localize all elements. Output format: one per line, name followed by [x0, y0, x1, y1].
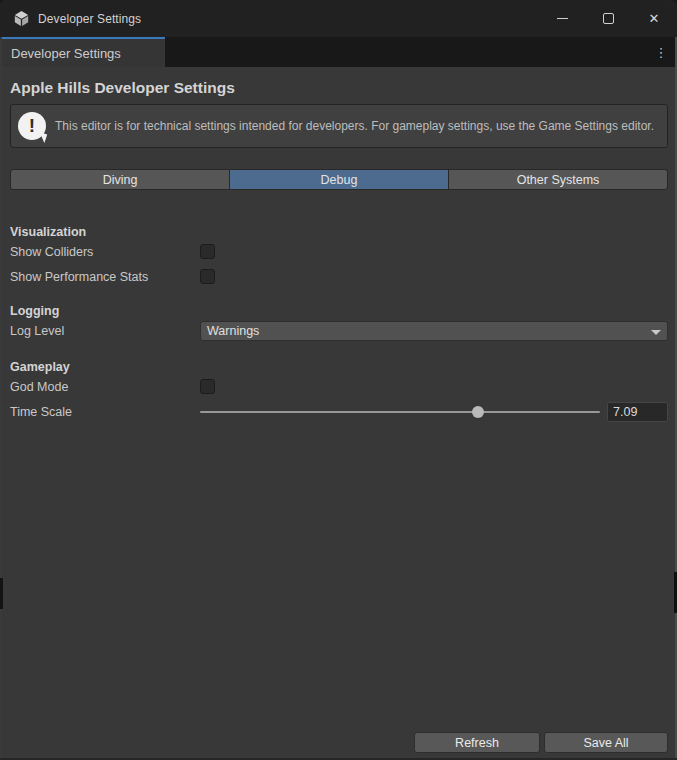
toolbar-tab-debug[interactable]: Debug — [230, 169, 449, 190]
help-box: ! This editor is for technical settings … — [10, 104, 668, 148]
log-level-dropdown[interactable]: Warnings — [200, 321, 668, 341]
slider-handle[interactable] — [472, 406, 484, 418]
section-title-logging: Logging — [10, 304, 668, 318]
window-title: Developer Settings — [38, 12, 141, 26]
time-scale-slider[interactable] — [200, 411, 600, 413]
chevron-down-icon — [651, 330, 661, 335]
help-box-text: This editor is for technical settings in… — [55, 119, 654, 134]
window-edge-left — [0, 37, 2, 760]
field-label: Time Scale — [10, 405, 200, 419]
save-all-button-label: Save All — [583, 736, 628, 750]
time-scale-value: 7.09 — [613, 405, 637, 419]
row-show-colliders: Show Colliders — [10, 239, 668, 264]
tab-menu-button[interactable]: ⋮ — [645, 37, 677, 67]
close-button[interactable]: ✕ — [631, 0, 677, 37]
tab-developer-settings[interactable]: Developer Settings — [2, 37, 165, 67]
row-show-performance-stats: Show Performance Stats — [10, 264, 668, 289]
content-area: Apple Hills Developer Settings ! This ed… — [0, 67, 677, 760]
field-label: Log Level — [10, 324, 200, 338]
maximize-button[interactable] — [585, 0, 631, 37]
window-controls: ✕ — [539, 0, 677, 37]
field-label: Show Performance Stats — [10, 270, 200, 284]
kebab-menu-icon: ⋮ — [655, 45, 668, 60]
category-toolbar: Diving Debug Other Systems — [10, 169, 668, 190]
minimize-button[interactable] — [539, 0, 585, 37]
row-log-level: Log Level Warnings — [10, 318, 668, 343]
toolbar-tab-label: Other Systems — [517, 173, 600, 187]
unity-logo-icon — [13, 10, 30, 27]
field-label: God Mode — [10, 380, 200, 394]
developer-settings-window: Developer Settings ✕ Developer Settings … — [0, 0, 677, 760]
show-colliders-checkbox[interactable] — [200, 244, 215, 259]
field-label: Show Colliders — [10, 245, 200, 259]
time-scale-value-field[interactable]: 7.09 — [607, 402, 668, 422]
close-icon: ✕ — [649, 12, 660, 25]
row-time-scale: Time Scale 7.09 — [10, 399, 668, 424]
dropdown-value: Warnings — [207, 324, 259, 338]
section-title-gameplay: Gameplay — [10, 360, 668, 374]
window-edge-notch-left — [0, 578, 3, 609]
minimize-icon — [557, 18, 568, 19]
show-performance-stats-checkbox[interactable] — [200, 269, 215, 284]
toolbar-tab-label: Diving — [103, 173, 138, 187]
section-title-visualization: Visualization — [10, 225, 668, 239]
exclamation-glyph: ! — [29, 115, 35, 137]
tab-label: Developer Settings — [11, 46, 121, 61]
row-god-mode: God Mode — [10, 374, 668, 399]
god-mode-checkbox[interactable] — [200, 379, 215, 394]
titlebar: Developer Settings ✕ — [0, 0, 677, 37]
refresh-button[interactable]: Refresh — [414, 732, 540, 753]
info-bubble-icon: ! — [18, 112, 46, 140]
footer-actions: Refresh Save All — [414, 732, 668, 753]
refresh-button-label: Refresh — [455, 736, 499, 750]
tab-strip: Developer Settings ⋮ — [0, 37, 677, 67]
toolbar-tab-label: Debug — [321, 173, 358, 187]
maximize-icon — [603, 13, 614, 24]
save-all-button[interactable]: Save All — [544, 732, 668, 753]
toolbar-tab-other-systems[interactable]: Other Systems — [449, 169, 668, 190]
settings-form: Visualization Show Colliders Show Perfor… — [10, 225, 668, 424]
page-title: Apple Hills Developer Settings — [10, 79, 668, 97]
toolbar-tab-diving[interactable]: Diving — [10, 169, 230, 190]
